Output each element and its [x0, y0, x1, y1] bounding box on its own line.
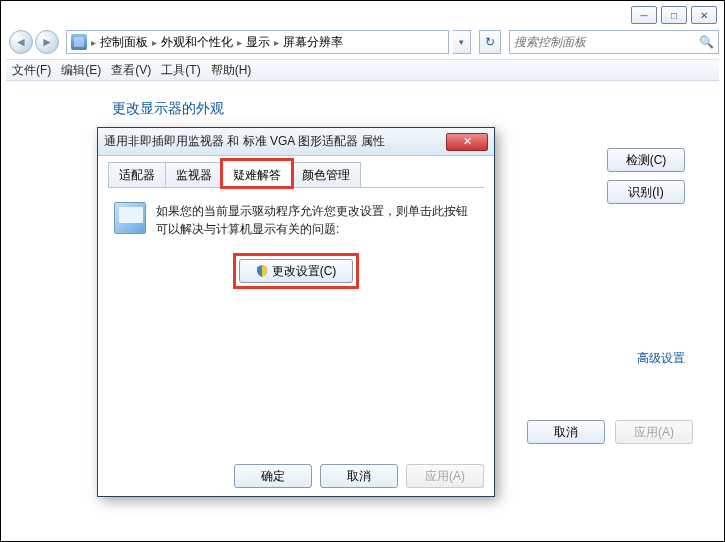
detect-button[interactable]: 检测(C)	[607, 148, 685, 172]
search-input[interactable]	[514, 35, 699, 49]
close-button[interactable]: ✕	[691, 6, 717, 24]
search-input-wrap[interactable]: 🔍	[509, 30, 719, 54]
refresh-button[interactable]: ↻	[479, 30, 501, 54]
address-dropdown-button[interactable]: ▾	[453, 30, 471, 54]
dialog-ok-button[interactable]: 确定	[234, 464, 312, 488]
shield-icon	[256, 265, 268, 277]
minimize-button[interactable]: ─	[631, 6, 657, 24]
change-settings-button[interactable]: 更改设置(C)	[239, 259, 353, 283]
breadcrumb-item[interactable]: 控制面板	[100, 34, 148, 51]
maximize-button[interactable]: □	[661, 6, 687, 24]
control-panel-icon	[71, 34, 87, 50]
tab-troubleshoot[interactable]: 疑难解答	[222, 160, 292, 187]
dialog-title: 通用非即插即用监视器 和 标准 VGA 图形适配器 属性	[104, 133, 446, 150]
tab-color-management[interactable]: 颜色管理	[291, 162, 361, 187]
breadcrumb-item[interactable]: 屏幕分辨率	[283, 34, 343, 51]
chevron-right-icon: ▸	[152, 37, 157, 48]
tab-monitor[interactable]: 监视器	[165, 162, 223, 187]
tab-adapter[interactable]: 适配器	[108, 162, 166, 187]
properties-dialog: 通用非即插即用监视器 和 标准 VGA 图形适配器 属性 ✕ 适配器 监视器 疑…	[97, 127, 495, 497]
page-title: 更改显示器的外观	[112, 100, 693, 118]
dialog-cancel-button[interactable]: 取消	[320, 464, 398, 488]
chevron-right-icon: ▸	[274, 37, 279, 48]
dialog-titlebar[interactable]: 通用非即插即用监视器 和 标准 VGA 图形适配器 属性 ✕	[98, 128, 494, 156]
dialog-apply-button: 应用(A)	[406, 464, 484, 488]
advanced-settings-link[interactable]: 高级设置	[637, 350, 685, 367]
chevron-right-icon: ▸	[237, 37, 242, 48]
breadcrumb[interactable]: ▸ 控制面板 ▸ 外观和个性化 ▸ 显示 ▸ 屏幕分辨率	[66, 30, 449, 54]
menu-help[interactable]: 帮助(H)	[211, 62, 252, 79]
cancel-button[interactable]: 取消	[527, 420, 605, 444]
menu-file[interactable]: 文件(F)	[12, 62, 51, 79]
breadcrumb-item[interactable]: 显示	[246, 34, 270, 51]
dialog-close-button[interactable]: ✕	[446, 133, 488, 151]
change-settings-label: 更改设置(C)	[272, 263, 337, 280]
nav-forward-button[interactable]: ►	[35, 30, 59, 54]
menubar: 文件(F) 编辑(E) 查看(V) 工具(T) 帮助(H)	[6, 59, 719, 81]
identify-button[interactable]: 识别(I)	[607, 180, 685, 204]
apply-button: 应用(A)	[615, 420, 693, 444]
breadcrumb-item[interactable]: 外观和个性化	[161, 34, 233, 51]
menu-edit[interactable]: 编辑(E)	[61, 62, 101, 79]
nav-back-button[interactable]: ◄	[9, 30, 33, 54]
menu-tools[interactable]: 工具(T)	[161, 62, 200, 79]
troubleshoot-text: 如果您的当前显示驱动程序允许您更改设置，则单击此按钮 可以解决与计算机显示有关的…	[156, 202, 468, 238]
chevron-right-icon: ▸	[91, 37, 96, 48]
menu-view[interactable]: 查看(V)	[111, 62, 151, 79]
search-icon: 🔍	[699, 35, 714, 49]
monitor-icon	[114, 202, 146, 234]
